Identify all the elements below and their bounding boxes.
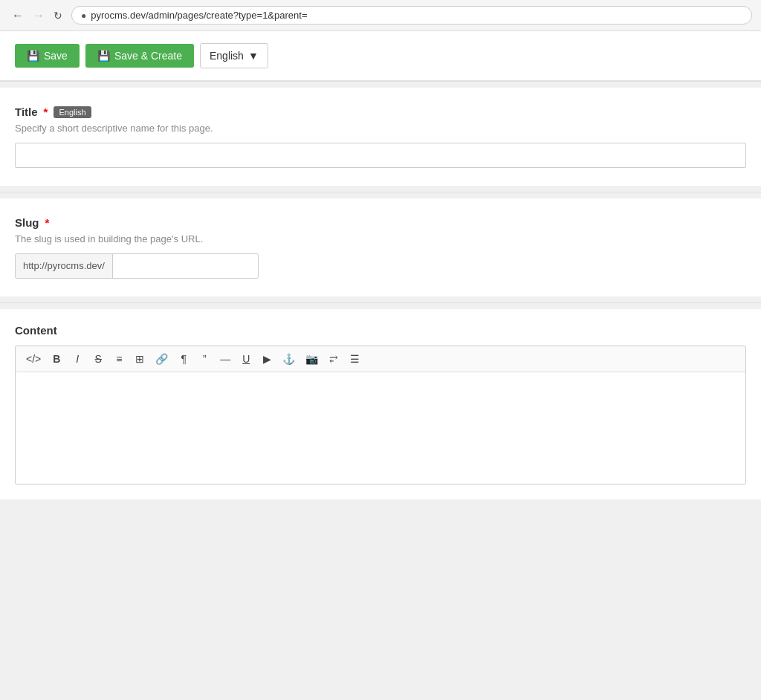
video-icon[interactable]: ▶	[257, 351, 276, 367]
slug-hint: The slug is used in building the page's …	[15, 233, 746, 244]
content-editor[interactable]	[16, 372, 745, 484]
slug-section: Slug * The slug is used in building the …	[0, 198, 761, 296]
italic-icon[interactable]: I	[68, 351, 87, 367]
editor-toolbar: </> B I S ≡ ⊞ 🔗 ¶ ” — U ▶ ⚓ 📷 ⥂ ☰	[16, 346, 745, 372]
image-icon[interactable]: 📷	[301, 351, 323, 367]
url-text: pyrocms.dev/admin/pages/create?type=1&pa…	[91, 10, 307, 21]
more-icon[interactable]: ☰	[345, 351, 364, 367]
content-section: Content </> B I S ≡ ⊞ 🔗 ¶ ” — U ▶ ⚓ 📷 ⥂ …	[0, 309, 761, 499]
slug-input[interactable]	[113, 254, 258, 278]
slug-required: *	[45, 216, 50, 229]
strikethrough-icon[interactable]: S	[88, 351, 108, 367]
toolbar: 💾 Save 💾 Save & Create English ▼	[0, 31, 761, 81]
editor-wrapper: </> B I S ≡ ⊞ 🔗 ¶ ” — U ▶ ⚓ 📷 ⥂ ☰	[15, 346, 746, 485]
underline-icon[interactable]: U	[236, 351, 256, 367]
title-hint: Specify a short descriptive name for thi…	[15, 123, 746, 134]
fullscreen-icon[interactable]: ⥂	[324, 351, 343, 367]
nav-buttons: ← → ↻	[9, 8, 65, 23]
title-required: *	[44, 106, 48, 118]
blockquote-icon[interactable]: ”	[195, 351, 214, 367]
lock-icon: ●	[81, 10, 86, 21]
language-dropdown[interactable]: English ▼	[200, 43, 268, 68]
unordered-list-icon[interactable]: ≡	[109, 351, 129, 367]
save-create-button[interactable]: 💾 Save & Create	[85, 44, 194, 68]
address-bar[interactable]: ● pyrocms.dev/admin/pages/create?type=1&…	[71, 6, 752, 25]
title-label: Title * English	[15, 106, 746, 118]
anchor-icon[interactable]: ⚓	[278, 351, 299, 367]
main-content: 💾 Save 💾 Save & Create English ▼ Title *…	[0, 31, 761, 700]
save-create-icon: 💾	[97, 50, 110, 62]
slug-input-wrapper: http://pyrocms.dev/	[15, 253, 259, 279]
horizontal-rule-icon[interactable]: —	[216, 351, 235, 367]
link-icon[interactable]: 🔗	[151, 351, 172, 367]
slug-label: Slug *	[15, 216, 746, 229]
slug-divider	[0, 302, 761, 303]
toolbar-divider	[0, 81, 761, 82]
save-button[interactable]: 💾 Save	[15, 44, 80, 68]
title-section: Title * English Specify a short descript…	[0, 88, 761, 186]
bold-icon[interactable]: B	[47, 351, 66, 367]
code-icon[interactable]: </>	[22, 351, 45, 367]
title-divider	[0, 192, 761, 192]
paragraph-icon[interactable]: ¶	[174, 351, 193, 367]
title-input[interactable]	[15, 143, 746, 168]
reload-button[interactable]: ↻	[51, 8, 65, 23]
browser-chrome: ← → ↻ ● pyrocms.dev/admin/pages/create?t…	[0, 0, 761, 31]
forward-button: →	[30, 8, 48, 23]
chevron-down-icon: ▼	[248, 50, 259, 62]
content-label: Content	[15, 324, 746, 337]
back-button[interactable]: ←	[9, 8, 27, 23]
slug-prefix: http://pyrocms.dev/	[16, 254, 113, 278]
save-icon: 💾	[27, 50, 39, 62]
table-icon[interactable]: ⊞	[130, 351, 149, 367]
title-lang-badge: English	[54, 106, 91, 118]
